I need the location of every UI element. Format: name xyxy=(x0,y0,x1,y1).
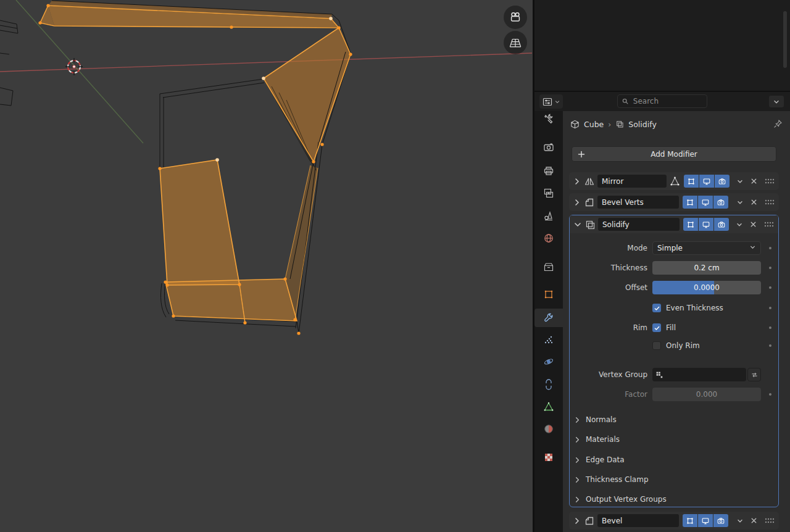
modifier-delete-button[interactable] xyxy=(748,514,759,527)
tab-material[interactable] xyxy=(534,420,563,438)
drag-handle[interactable] xyxy=(764,517,775,525)
mode-row: Mode Simple xyxy=(570,241,778,255)
even-thickness-checkbox[interactable] xyxy=(652,304,661,312)
modifier-header-bevel-verts[interactable]: Bevel Verts xyxy=(569,193,779,211)
solidify-modifier-icon xyxy=(615,120,624,128)
decorator-dot[interactable] xyxy=(769,307,771,309)
plus-icon xyxy=(576,149,586,161)
editmode-toggle[interactable] xyxy=(683,196,697,209)
object-icon xyxy=(543,289,554,300)
tab-object-data[interactable] xyxy=(534,397,563,416)
modifier-name-field[interactable]: Bevel xyxy=(597,514,679,527)
expand-chevron-icon xyxy=(573,416,581,424)
modifier-extras-button[interactable] xyxy=(734,514,746,527)
add-modifier-button[interactable]: Add Modifier xyxy=(572,146,776,162)
modifier-name-field[interactable]: Solidify xyxy=(598,218,680,231)
physics-icon xyxy=(543,356,554,367)
modifier-extras-button[interactable] xyxy=(734,218,745,231)
tab-object[interactable] xyxy=(534,285,563,304)
subpanel-materials[interactable]: Materials xyxy=(573,432,620,447)
tab-view-layer[interactable] xyxy=(534,184,563,202)
fill-checkbox[interactable] xyxy=(652,323,661,332)
modifier-name-field[interactable]: Mirror xyxy=(597,175,667,188)
header-menu-button[interactable] xyxy=(769,96,784,107)
invert-vertex-group-button[interactable] xyxy=(747,368,761,381)
modifier-delete-button[interactable] xyxy=(748,175,759,188)
tab-modifiers[interactable] xyxy=(534,309,563,327)
tab-world[interactable] xyxy=(534,229,563,247)
camera-view-button[interactable] xyxy=(504,6,527,29)
edit-cage-toggle[interactable] xyxy=(669,175,680,188)
view-layer-icon xyxy=(543,188,554,199)
monitor-icon xyxy=(702,220,710,229)
subpanel-thickness-clamp[interactable]: Thickness Clamp xyxy=(573,472,649,487)
tab-constraints[interactable] xyxy=(534,375,563,394)
outliner-scrollbar[interactable] xyxy=(783,11,787,68)
editmode-toggle[interactable] xyxy=(683,218,698,231)
chevron-down-icon xyxy=(736,221,743,228)
tab-physics[interactable] xyxy=(534,352,563,371)
modifier-header-mirror[interactable]: Mirror xyxy=(569,172,779,190)
realtime-toggle[interactable] xyxy=(699,218,713,231)
editmode-toggle[interactable] xyxy=(683,514,697,527)
drag-handle[interactable] xyxy=(764,177,775,186)
expand-chevron-icon[interactable] xyxy=(573,198,581,207)
render-toggle[interactable] xyxy=(714,218,729,231)
editmode-toggle[interactable] xyxy=(684,175,699,188)
decorator-dot[interactable] xyxy=(769,344,771,347)
realtime-toggle[interactable] xyxy=(698,196,713,209)
search-field[interactable] xyxy=(617,94,707,108)
breadcrumb-object[interactable]: Cube xyxy=(584,120,604,129)
editmode-icon xyxy=(686,198,694,207)
modifier-header-solidify[interactable]: Solidify xyxy=(570,215,778,233)
tab-tool[interactable] xyxy=(534,110,563,128)
viewport-canvas[interactable] xyxy=(0,0,533,532)
modifier-delete-button[interactable] xyxy=(748,196,759,209)
outliner-area[interactable] xyxy=(534,0,790,91)
render-toggle[interactable] xyxy=(713,196,728,209)
editor-type-button[interactable] xyxy=(539,94,563,109)
tab-scene[interactable] xyxy=(534,207,563,225)
expand-chevron-icon[interactable] xyxy=(573,177,581,186)
tab-particles[interactable] xyxy=(534,331,563,349)
vertex-group-field[interactable] xyxy=(652,368,746,381)
subpanel-edge-data[interactable]: Edge Data xyxy=(573,452,625,467)
tab-output[interactable] xyxy=(534,162,563,180)
drag-handle[interactable] xyxy=(763,220,775,229)
factor-field[interactable]: 0.000 xyxy=(652,388,761,401)
subpanel-normals[interactable]: Normals xyxy=(573,412,617,427)
subpanel-label: Normals xyxy=(586,415,617,424)
pin-button[interactable] xyxy=(773,119,783,130)
decorator-dot[interactable] xyxy=(769,286,771,289)
drag-handle[interactable] xyxy=(764,198,775,207)
modifier-extras-button[interactable] xyxy=(734,196,746,209)
thickness-field[interactable]: 0.2 cm xyxy=(652,261,761,275)
decorator-dot[interactable] xyxy=(769,267,771,269)
render-toggle[interactable] xyxy=(713,514,728,527)
chevron-down-icon xyxy=(773,98,780,106)
decorator-dot[interactable] xyxy=(769,247,771,249)
3d-viewport[interactable] xyxy=(0,0,533,532)
render-toggle[interactable] xyxy=(715,175,730,188)
decorator-dot[interactable] xyxy=(769,393,771,396)
decorator-dot[interactable] xyxy=(769,326,771,329)
mode-dropdown[interactable]: Simple xyxy=(652,241,761,255)
tab-collection[interactable] xyxy=(534,258,563,276)
orthographic-grid-button[interactable] xyxy=(504,31,527,54)
breadcrumb-modifier[interactable]: Solidify xyxy=(628,120,657,129)
tab-render[interactable] xyxy=(534,138,563,157)
modifier-extras-button[interactable] xyxy=(734,175,746,188)
collapse-chevron-icon[interactable] xyxy=(573,220,582,229)
modifier-name-field[interactable]: Bevel Verts xyxy=(597,196,679,209)
subpanel-output-vertex-groups[interactable]: Output Vertex Groups xyxy=(573,492,667,507)
modifier-header-bevel[interactable]: Bevel xyxy=(569,512,779,530)
modifier-delete-button[interactable] xyxy=(747,218,759,231)
camera-icon xyxy=(509,10,522,24)
search-input[interactable] xyxy=(632,96,703,106)
realtime-toggle[interactable] xyxy=(698,514,713,527)
expand-chevron-icon[interactable] xyxy=(573,517,581,525)
tab-texture[interactable] xyxy=(534,448,563,467)
offset-slider[interactable]: 0.0000 xyxy=(652,281,761,294)
only-rim-checkbox[interactable] xyxy=(652,341,661,350)
realtime-toggle[interactable] xyxy=(699,175,714,188)
